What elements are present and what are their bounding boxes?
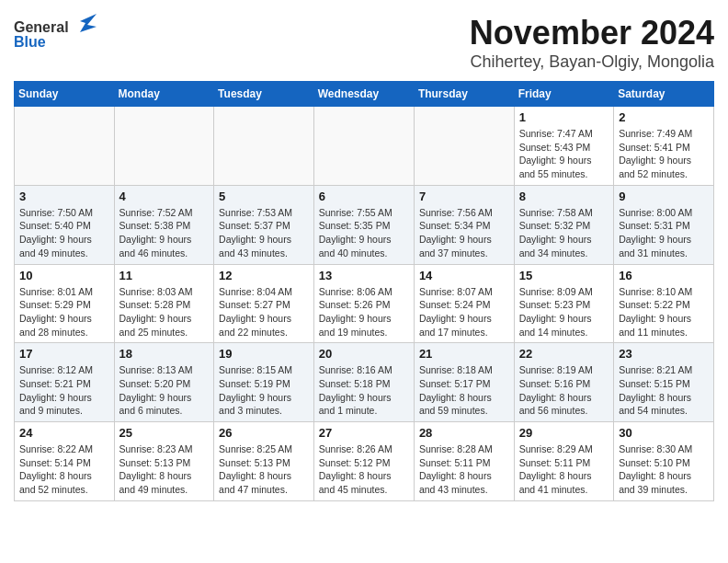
calendar-cell: 7Sunrise: 7:56 AM Sunset: 5:34 PM Daylig… <box>414 185 514 264</box>
day-info: Sunrise: 8:10 AM Sunset: 5:22 PM Dayligh… <box>619 285 709 339</box>
calendar-cell: 21Sunrise: 8:18 AM Sunset: 5:17 PM Dayli… <box>414 343 514 422</box>
calendar-cell <box>15 107 115 186</box>
calendar-cell: 1Sunrise: 7:47 AM Sunset: 5:43 PM Daylig… <box>514 107 614 186</box>
day-number: 29 <box>519 426 609 440</box>
weekday-header-saturday: Saturday <box>614 82 714 107</box>
day-info: Sunrise: 8:18 AM Sunset: 5:17 PM Dayligh… <box>419 363 509 418</box>
day-info: Sunrise: 8:03 AM Sunset: 5:28 PM Dayligh… <box>119 285 210 339</box>
day-info: Sunrise: 8:25 AM Sunset: 5:13 PM Dayligh… <box>219 442 309 497</box>
calendar-cell: 14Sunrise: 8:07 AM Sunset: 5:24 PM Dayli… <box>414 264 514 343</box>
day-info: Sunrise: 7:58 AM Sunset: 5:32 PM Dayligh… <box>519 206 609 260</box>
weekday-header-tuesday: Tuesday <box>214 82 314 107</box>
day-number: 16 <box>619 269 709 282</box>
location-title: Chihertey, Bayan-Olgiy, Mongolia <box>470 52 714 72</box>
day-info: Sunrise: 8:29 AM Sunset: 5:11 PM Dayligh… <box>519 442 609 497</box>
day-number: 18 <box>119 347 210 361</box>
logo-icon: General Blue <box>14 14 97 51</box>
svg-text:Blue: Blue <box>14 34 46 50</box>
page-header: General Blue November 2024 Chihertey, Ba… <box>14 14 714 72</box>
calendar-cell <box>313 107 414 186</box>
day-info: Sunrise: 8:19 AM Sunset: 5:16 PM Dayligh… <box>519 363 609 418</box>
calendar-cell: 10Sunrise: 8:01 AM Sunset: 5:29 PM Dayli… <box>15 264 115 343</box>
calendar-cell: 3Sunrise: 7:50 AM Sunset: 5:40 PM Daylig… <box>15 185 115 264</box>
day-number: 15 <box>519 269 609 282</box>
day-number: 14 <box>419 269 509 282</box>
day-number: 25 <box>119 426 210 440</box>
day-number: 5 <box>219 190 309 203</box>
calendar-cell: 12Sunrise: 8:04 AM Sunset: 5:27 PM Dayli… <box>214 264 314 343</box>
day-info: Sunrise: 8:06 AM Sunset: 5:26 PM Dayligh… <box>319 285 409 339</box>
day-info: Sunrise: 7:50 AM Sunset: 5:40 PM Dayligh… <box>19 206 109 260</box>
calendar-week-row: 24Sunrise: 8:22 AM Sunset: 5:14 PM Dayli… <box>15 422 714 501</box>
day-number: 3 <box>19 190 109 203</box>
calendar-cell: 17Sunrise: 8:12 AM Sunset: 5:21 PM Dayli… <box>15 343 115 422</box>
day-info: Sunrise: 7:56 AM Sunset: 5:34 PM Dayligh… <box>419 206 509 260</box>
calendar-cell: 20Sunrise: 8:16 AM Sunset: 5:18 PM Dayli… <box>313 343 414 422</box>
calendar-cell: 13Sunrise: 8:06 AM Sunset: 5:26 PM Dayli… <box>313 264 414 343</box>
day-number: 23 <box>619 347 709 361</box>
calendar-cell <box>214 107 314 186</box>
day-info: Sunrise: 7:53 AM Sunset: 5:37 PM Dayligh… <box>219 206 309 260</box>
day-info: Sunrise: 8:01 AM Sunset: 5:29 PM Dayligh… <box>19 285 109 339</box>
day-info: Sunrise: 8:00 AM Sunset: 5:31 PM Dayligh… <box>619 206 709 260</box>
calendar-cell: 5Sunrise: 7:53 AM Sunset: 5:37 PM Daylig… <box>214 185 314 264</box>
day-info: Sunrise: 8:12 AM Sunset: 5:21 PM Dayligh… <box>19 363 109 418</box>
svg-text:General: General <box>14 19 69 35</box>
day-info: Sunrise: 8:28 AM Sunset: 5:11 PM Dayligh… <box>419 442 509 497</box>
day-info: Sunrise: 8:13 AM Sunset: 5:20 PM Dayligh… <box>119 363 210 418</box>
day-number: 17 <box>19 347 109 361</box>
title-area: November 2024 Chihertey, Bayan-Olgiy, Mo… <box>470 14 714 72</box>
calendar-week-row: 17Sunrise: 8:12 AM Sunset: 5:21 PM Dayli… <box>15 343 714 422</box>
calendar-cell: 29Sunrise: 8:29 AM Sunset: 5:11 PM Dayli… <box>514 422 614 501</box>
calendar-cell: 4Sunrise: 7:52 AM Sunset: 5:38 PM Daylig… <box>114 185 214 264</box>
calendar-cell: 2Sunrise: 7:49 AM Sunset: 5:41 PM Daylig… <box>614 107 714 186</box>
calendar-cell: 28Sunrise: 8:28 AM Sunset: 5:11 PM Dayli… <box>414 422 514 501</box>
day-number: 26 <box>219 426 309 440</box>
weekday-header-friday: Friday <box>514 82 614 107</box>
day-info: Sunrise: 7:55 AM Sunset: 5:35 PM Dayligh… <box>319 206 409 260</box>
day-number: 9 <box>619 190 709 203</box>
calendar-cell: 23Sunrise: 8:21 AM Sunset: 5:15 PM Dayli… <box>614 343 714 422</box>
weekday-header-thursday: Thursday <box>414 82 514 107</box>
calendar-cell: 26Sunrise: 8:25 AM Sunset: 5:13 PM Dayli… <box>214 422 314 501</box>
calendar-table: SundayMondayTuesdayWednesdayThursdayFrid… <box>14 81 714 501</box>
day-number: 11 <box>119 269 210 282</box>
weekday-header-sunday: Sunday <box>15 82 115 107</box>
calendar-cell: 16Sunrise: 8:10 AM Sunset: 5:22 PM Dayli… <box>614 264 714 343</box>
day-number: 28 <box>419 426 509 440</box>
day-number: 2 <box>619 110 709 124</box>
weekday-header-row: SundayMondayTuesdayWednesdayThursdayFrid… <box>15 82 714 107</box>
day-info: Sunrise: 8:26 AM Sunset: 5:12 PM Dayligh… <box>319 442 409 497</box>
month-title: November 2024 <box>470 14 714 52</box>
calendar-week-row: 3Sunrise: 7:50 AM Sunset: 5:40 PM Daylig… <box>15 185 714 264</box>
day-number: 13 <box>319 269 409 282</box>
day-number: 1 <box>519 110 609 124</box>
calendar-cell: 9Sunrise: 8:00 AM Sunset: 5:31 PM Daylig… <box>614 185 714 264</box>
calendar-cell: 22Sunrise: 8:19 AM Sunset: 5:16 PM Dayli… <box>514 343 614 422</box>
logo: General Blue <box>14 14 97 51</box>
day-number: 10 <box>19 269 109 282</box>
day-info: Sunrise: 8:09 AM Sunset: 5:23 PM Dayligh… <box>519 285 609 339</box>
calendar-cell: 24Sunrise: 8:22 AM Sunset: 5:14 PM Dayli… <box>15 422 115 501</box>
calendar-cell: 18Sunrise: 8:13 AM Sunset: 5:20 PM Dayli… <box>114 343 214 422</box>
calendar-week-row: 10Sunrise: 8:01 AM Sunset: 5:29 PM Dayli… <box>15 264 714 343</box>
day-info: Sunrise: 8:30 AM Sunset: 5:10 PM Dayligh… <box>619 442 709 497</box>
day-number: 27 <box>319 426 409 440</box>
day-info: Sunrise: 8:15 AM Sunset: 5:19 PM Dayligh… <box>219 363 309 418</box>
day-number: 30 <box>619 426 709 440</box>
calendar-cell: 8Sunrise: 7:58 AM Sunset: 5:32 PM Daylig… <box>514 185 614 264</box>
calendar-cell: 11Sunrise: 8:03 AM Sunset: 5:28 PM Dayli… <box>114 264 214 343</box>
calendar-body: 1Sunrise: 7:47 AM Sunset: 5:43 PM Daylig… <box>15 107 714 501</box>
day-info: Sunrise: 7:52 AM Sunset: 5:38 PM Dayligh… <box>119 206 210 260</box>
day-info: Sunrise: 7:49 AM Sunset: 5:41 PM Dayligh… <box>619 127 709 181</box>
svg-marker-2 <box>80 14 97 32</box>
day-info: Sunrise: 8:04 AM Sunset: 5:27 PM Dayligh… <box>219 285 309 339</box>
day-number: 6 <box>319 190 409 203</box>
day-number: 12 <box>219 269 309 282</box>
day-number: 20 <box>319 347 409 361</box>
calendar-cell: 19Sunrise: 8:15 AM Sunset: 5:19 PM Dayli… <box>214 343 314 422</box>
calendar-cell <box>114 107 214 186</box>
calendar-cell <box>414 107 514 186</box>
day-info: Sunrise: 8:23 AM Sunset: 5:13 PM Dayligh… <box>119 442 210 497</box>
calendar-cell: 25Sunrise: 8:23 AM Sunset: 5:13 PM Dayli… <box>114 422 214 501</box>
